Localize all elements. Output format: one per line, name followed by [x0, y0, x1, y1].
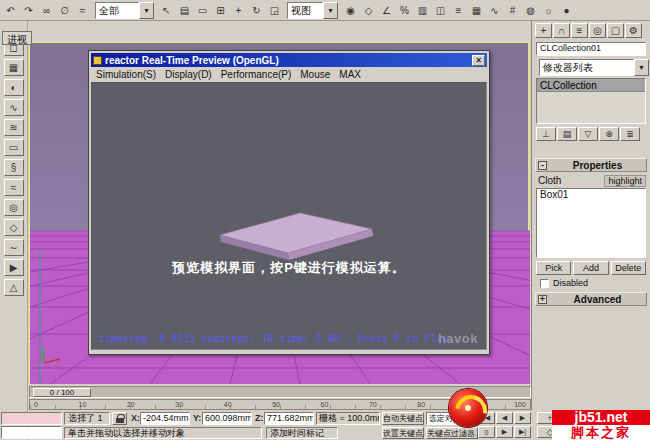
- selection-region-icon[interactable]: ▭: [194, 2, 211, 18]
- motion-tab-icon[interactable]: ◎: [589, 23, 606, 38]
- redo-icon[interactable]: ↷: [20, 2, 37, 18]
- dropdown-arrow-icon[interactable]: ▼: [634, 59, 649, 76]
- material-editor-icon[interactable]: ◍: [522, 2, 539, 18]
- menu-mouse[interactable]: Mouse: [300, 69, 330, 80]
- dropdown-arrow-icon[interactable]: ▼: [323, 2, 338, 19]
- maxscript-mini-listener-script-line[interactable]: [1, 426, 62, 439]
- z-coord-field[interactable]: 771.682mm: [264, 412, 314, 425]
- previous-frame-icon[interactable]: ◀: [496, 412, 513, 424]
- quick-render-icon[interactable]: ●: [558, 2, 575, 18]
- maxscript-mini-listener-macro-line[interactable]: [1, 412, 62, 425]
- properties-rollout-header[interactable]: - Properties: [535, 158, 647, 172]
- pick-button[interactable]: Pick: [536, 261, 571, 275]
- add-time-tag[interactable]: 添加时间标记: [266, 427, 338, 439]
- reactor-wind-icon[interactable]: ≈: [4, 179, 24, 196]
- dropdown-arrow-icon[interactable]: ▼: [139, 2, 154, 19]
- object-name-field[interactable]: CLCollection01: [536, 42, 646, 56]
- percent-snap-icon[interactable]: %: [396, 2, 413, 18]
- cloth-plane-object[interactable]: [192, 195, 392, 267]
- x-coord-field[interactable]: -204.54mm: [140, 412, 190, 425]
- pin-stack-icon[interactable]: ⊥: [536, 127, 556, 141]
- reference-coordinate-dropdown[interactable]: 视图 ▼: [287, 2, 338, 19]
- menu-display[interactable]: Display(D): [165, 69, 212, 80]
- select-and-move-icon[interactable]: +: [230, 2, 247, 18]
- cloth-header-row: Cloth highlight: [538, 175, 646, 187]
- reactor-soft-body-collection-icon[interactable]: ◐: [4, 79, 24, 96]
- cloth-entities-list[interactable]: Box01: [536, 188, 646, 258]
- remove-modifier-icon[interactable]: ⊗: [599, 127, 619, 141]
- preview-viewport[interactable]: 预览模拟界面，按P键进行模拟运算。 timestep: 0.0333 subst…: [91, 82, 487, 350]
- reactor-spring-icon[interactable]: §: [4, 159, 24, 176]
- go-to-end-icon[interactable]: ▶|: [514, 426, 531, 438]
- create-tab-icon[interactable]: +: [535, 23, 552, 38]
- key-filters-button[interactable]: 关键点过滤器...: [426, 427, 478, 439]
- schematic-view-icon[interactable]: #: [504, 2, 521, 18]
- preview-title-bar[interactable]: reactor Real-Time Preview (OpenGL) ✕: [91, 53, 487, 67]
- select-by-name-icon[interactable]: ▤: [176, 2, 193, 18]
- utilities-tab-icon[interactable]: ⚙: [625, 23, 642, 38]
- selection-lock-toggle[interactable]: [112, 412, 127, 425]
- auto-key-button[interactable]: 自动关键点: [382, 412, 424, 425]
- menu-simulation[interactable]: Simulation(S): [96, 69, 156, 80]
- trackbar-tick-label: 10: [79, 400, 87, 409]
- snap-toggle-icon[interactable]: ◇: [360, 2, 377, 18]
- reactor-deforming-mesh-icon[interactable]: ≋: [4, 119, 24, 136]
- mirror-icon[interactable]: ◫: [432, 2, 449, 18]
- configure-modifier-sets-icon[interactable]: ≣: [620, 127, 640, 141]
- show-end-result-icon[interactable]: ▤: [557, 127, 577, 141]
- playback-controls: |◀◀▶0▶▶|: [478, 412, 535, 439]
- play-button[interactable]: ▶: [514, 412, 531, 424]
- modifier-stack-item[interactable]: CLCollection: [537, 79, 645, 92]
- reactor-cloth-collection-icon[interactable]: ▦: [4, 59, 24, 76]
- select-and-link-icon[interactable]: ∞: [38, 2, 55, 18]
- y-coord-field[interactable]: 600.098mm: [202, 412, 252, 425]
- reactor-motor-icon[interactable]: ◎: [4, 199, 24, 216]
- modify-tab-icon[interactable]: ∩: [553, 23, 570, 38]
- add-button[interactable]: Add: [573, 261, 608, 275]
- select-object-icon[interactable]: ↖: [158, 2, 175, 18]
- disabled-checkbox[interactable]: Disabled: [540, 278, 588, 288]
- reactor-water-icon[interactable]: ∼: [4, 239, 24, 256]
- menu-performance[interactable]: Performance(P): [221, 69, 292, 80]
- use-pivot-center-icon[interactable]: ◉: [342, 2, 359, 18]
- select-and-rotate-icon[interactable]: ↻: [248, 2, 265, 18]
- layer-manager-icon[interactable]: ▦: [468, 2, 485, 18]
- reactor-fracture-icon[interactable]: ◇: [4, 219, 24, 236]
- reactor-preview-window[interactable]: reactor Real-Time Preview (OpenGL) ✕ Sim…: [88, 50, 490, 355]
- menu-max[interactable]: MAX: [339, 69, 361, 80]
- window-crossing-icon[interactable]: ⊞: [212, 2, 229, 18]
- close-button[interactable]: ✕: [472, 55, 485, 66]
- modifier-list-dropdown[interactable]: 修改器列表 ▼: [539, 59, 649, 76]
- selection-filter-dropdown[interactable]: 全部 ▼: [95, 2, 154, 19]
- next-frame-icon[interactable]: ▶: [496, 426, 513, 438]
- reactor-preview-icon[interactable]: ▶: [4, 259, 24, 276]
- checkbox-box[interactable]: [540, 279, 549, 288]
- advanced-rollout-header[interactable]: + Advanced: [535, 292, 647, 306]
- render-setup-icon[interactable]: ☼: [540, 2, 557, 18]
- unlink-selection-icon[interactable]: ∅: [56, 2, 73, 18]
- angle-snap-icon[interactable]: ∠: [378, 2, 395, 18]
- make-unique-icon[interactable]: ▽: [578, 127, 598, 141]
- time-slider-thumb[interactable]: 0 / 100: [33, 388, 91, 397]
- undo-icon[interactable]: ↶: [2, 2, 19, 18]
- align-icon[interactable]: ≡: [450, 2, 467, 18]
- reactor-analyze-icon[interactable]: △: [4, 279, 24, 296]
- preview-overlay-message: 预览模拟界面，按P键进行模拟运算。: [92, 259, 486, 277]
- highlight-button[interactable]: highlight: [604, 175, 646, 187]
- current-frame-field[interactable]: 0: [478, 426, 495, 438]
- reactor-rope-collection-icon[interactable]: ∿: [4, 99, 24, 116]
- bind-to-space-warp-icon[interactable]: ≈: [74, 2, 91, 18]
- toolbar-icons-left: ↶↷∞∅≈: [2, 2, 91, 18]
- window-title: reactor Real-Time Preview (OpenGL): [105, 55, 469, 66]
- curve-editor-icon[interactable]: ∿: [486, 2, 503, 18]
- named-selection-icon[interactable]: ▥: [414, 2, 431, 18]
- main-toolbar: ↶↷∞∅≈ 全部 ▼ ↖▤▭⊞+↻◲ 视图 ▼ ◉◇∠%▥◫≡▦∿#◍☼●: [0, 0, 650, 21]
- set-key-button[interactable]: 设置关键点: [382, 427, 424, 439]
- select-and-scale-icon[interactable]: ◲: [266, 2, 283, 18]
- delete-button[interactable]: Delete: [611, 261, 646, 275]
- list-item[interactable]: Box01: [537, 189, 645, 201]
- reactor-plane-icon[interactable]: ▭: [4, 139, 24, 156]
- display-tab-icon[interactable]: ▢: [607, 23, 624, 38]
- selection-filter-value: 全部: [95, 2, 139, 19]
- hierarchy-tab-icon[interactable]: ≡: [571, 23, 588, 38]
